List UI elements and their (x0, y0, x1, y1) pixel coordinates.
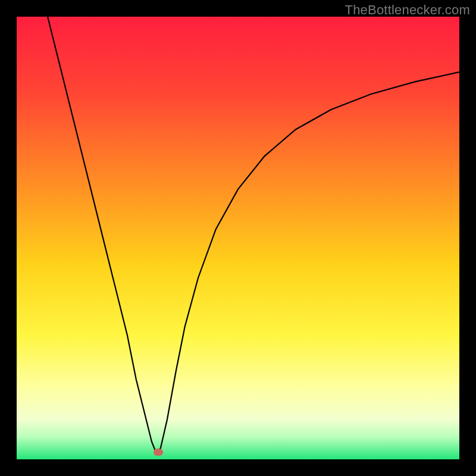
frame-border-bottom (0, 459, 476, 476)
frame-border-right (459, 0, 476, 476)
curve-line (17, 17, 459, 459)
watermark-text: TheBottlenecker.com (345, 2, 470, 18)
frame-border-left (0, 0, 17, 476)
optimal-point-marker (154, 449, 163, 456)
plot-area (17, 17, 459, 459)
chart-canvas: TheBottlenecker.com (0, 0, 476, 476)
